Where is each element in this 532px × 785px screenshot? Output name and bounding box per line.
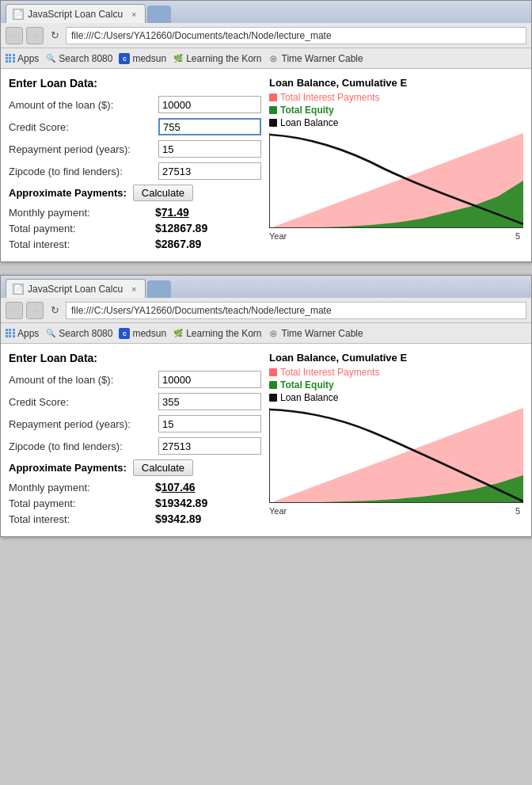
- label-period-1: Repayment period (years):: [9, 143, 155, 155]
- label-zip-2: Zipcode (to find lenders):: [9, 440, 155, 452]
- korn-icon-1: 🌿: [173, 53, 184, 64]
- address-input-2[interactable]: [66, 302, 526, 319]
- timewarner-icon-1: ◎: [268, 53, 279, 64]
- form-row-amount-2: Amount of the loan ($):: [9, 371, 261, 388]
- bookmark-timewarner-label-2: Time Warner Cable: [282, 328, 363, 339]
- loan-form-2: Enter Loan Data: Amount of the loan ($):…: [9, 352, 261, 528]
- timewarner-icon-2: ◎: [268, 328, 279, 339]
- input-zip-1[interactable]: [158, 162, 261, 180]
- address-bar-2: ← → ↻: [1, 298, 531, 323]
- bookmark-medsun-1[interactable]: c medsun: [119, 53, 166, 64]
- form-row-credit-2: Credit Score:: [9, 393, 261, 410]
- apps-icon-1: [6, 54, 15, 63]
- legend-balance-label-2: Loan Balance: [280, 392, 338, 403]
- chart-svg-2: [269, 408, 523, 503]
- input-credit-1[interactable]: [158, 118, 261, 135]
- tab-close-1[interactable]: ×: [131, 10, 136, 19]
- form-row-credit-1: Credit Score:: [9, 118, 261, 135]
- bookmark-korn-2[interactable]: 🌿 Learning the Korn: [173, 328, 261, 339]
- result-total-2: Total payment: $19342.89: [9, 497, 261, 509]
- result-interest-label-2: Total interest:: [9, 513, 155, 525]
- result-interest-1: Total interest: $2867.89: [9, 238, 261, 250]
- legend-dot-interest-2: [269, 368, 277, 376]
- bookmark-apps-label-2: Apps: [17, 328, 39, 339]
- input-amount-2[interactable]: [158, 371, 261, 388]
- chart-title-2: Loan Balance, Cumulative E: [269, 352, 523, 364]
- tab-icon-1: 📄: [13, 9, 24, 20]
- legend-dot-balance-2: [269, 394, 277, 402]
- legend-interest-1: Total Interest Payments: [269, 92, 523, 103]
- input-period-2[interactable]: [158, 415, 261, 433]
- label-amount-1: Amount of the loan ($):: [9, 99, 155, 111]
- medsun-icon-2: c: [119, 328, 130, 339]
- page-content-1: Enter Loan Data: Amount of the loan ($):…: [1, 69, 531, 261]
- input-period-1[interactable]: [158, 140, 261, 158]
- bookmarks-bar-2: Apps 🔍 Search 8080 c medsun 🌿 Learning t…: [1, 323, 531, 344]
- result-monthly-value-2: $107.46: [155, 481, 196, 493]
- result-monthly-1: Monthly payment: $71.49: [9, 206, 261, 219]
- back-button-1[interactable]: ←: [6, 27, 23, 44]
- bookmark-search-1[interactable]: 🔍 Search 8080: [45, 53, 112, 64]
- bookmark-timewarner-2[interactable]: ◎ Time Warner Cable: [268, 328, 363, 339]
- tab-new-1[interactable]: [147, 6, 171, 23]
- bookmark-apps-2[interactable]: Apps: [6, 328, 39, 339]
- form-row-zip-1: Zipcode (to find lenders):: [9, 162, 261, 180]
- legend-dot-equity-1: [269, 106, 277, 114]
- legend-dot-equity-2: [269, 381, 277, 389]
- tab-label-1: JavaScript Loan Calcu: [28, 9, 123, 20]
- bookmark-apps-1[interactable]: Apps: [6, 53, 39, 64]
- tab-new-2[interactable]: [147, 280, 171, 298]
- input-zip-2[interactable]: [158, 437, 261, 455]
- legend-interest-label-2: Total Interest Payments: [280, 367, 379, 378]
- form-row-amount-1: Amount of the loan ($):: [9, 96, 261, 113]
- bookmark-timewarner-label-1: Time Warner Cable: [282, 53, 363, 64]
- result-total-label-2: Total payment:: [9, 497, 155, 509]
- result-total-label-1: Total payment:: [9, 223, 155, 234]
- chart-area-2: Loan Balance, Cumulative E Total Interes…: [269, 352, 523, 528]
- forward-button-1[interactable]: →: [26, 27, 44, 44]
- refresh-button-2[interactable]: ↻: [47, 303, 63, 318]
- bookmark-search-label-1: Search 8080: [59, 53, 112, 64]
- bookmark-korn-1[interactable]: 🌿 Learning the Korn: [173, 53, 261, 64]
- browser-window-1: 📄 JavaScript Loan Calcu × ← → ↻ Apps 🔍 S…: [0, 0, 532, 262]
- form-row-period-2: Repayment period (years):: [9, 415, 261, 433]
- approx-label-1: Approximate Payments:: [9, 187, 127, 199]
- active-tab-1[interactable]: 📄 JavaScript Loan Calcu ×: [6, 4, 146, 23]
- label-credit-2: Credit Score:: [9, 396, 155, 408]
- label-amount-2: Amount of the loan ($):: [9, 374, 155, 386]
- search8080-icon-1: 🔍: [45, 53, 56, 64]
- bookmark-medsun-2[interactable]: c medsun: [119, 328, 166, 339]
- legend-balance-label-1: Loan Balance: [280, 117, 338, 128]
- bookmark-search-2[interactable]: 🔍 Search 8080: [45, 328, 112, 339]
- tab-bar-2: 📄 JavaScript Loan Calcu ×: [1, 276, 531, 298]
- x-label-5-2: 5: [515, 506, 520, 516]
- legend-balance-2: Loan Balance: [269, 392, 523, 403]
- tab-close-2[interactable]: ×: [131, 284, 136, 294]
- legend-equity-2: Total Equity: [269, 379, 523, 391]
- address-input-1[interactable]: [66, 27, 526, 44]
- input-amount-1[interactable]: [158, 96, 261, 113]
- legend-equity-1: Total Equity: [269, 105, 523, 116]
- calculate-button-1[interactable]: Calculate: [133, 185, 193, 201]
- label-zip-1: Zipcode (to find lenders):: [9, 166, 155, 177]
- result-total-1: Total payment: $12867.89: [9, 222, 261, 234]
- form-row-period-1: Repayment period (years):: [9, 140, 261, 158]
- forward-button-2[interactable]: →: [26, 302, 44, 319]
- calculate-button-2[interactable]: Calculate: [133, 459, 193, 476]
- bookmark-timewarner-1[interactable]: ◎ Time Warner Cable: [268, 53, 363, 64]
- tab-bar-1: 📄 JavaScript Loan Calcu ×: [1, 1, 531, 23]
- refresh-button-1[interactable]: ↻: [47, 28, 63, 44]
- tab-label-2: JavaScript Loan Calcu: [28, 284, 123, 295]
- legend-interest-label-1: Total Interest Payments: [280, 92, 379, 103]
- loan-form-1: Enter Loan Data: Amount of the loan ($):…: [9, 77, 261, 253]
- chart-area-1: Loan Balance, Cumulative E Total Interes…: [269, 77, 523, 253]
- form-title-2: Enter Loan Data:: [9, 352, 261, 364]
- window-divider: [0, 269, 532, 275]
- active-tab-2[interactable]: 📄 JavaScript Loan Calcu ×: [6, 279, 146, 298]
- input-credit-2[interactable]: [158, 393, 261, 410]
- legend-dot-balance-1: [269, 119, 277, 127]
- back-button-2[interactable]: ←: [6, 302, 23, 319]
- legend-balance-1: Loan Balance: [269, 117, 523, 128]
- chart-title-1: Loan Balance, Cumulative E: [269, 77, 523, 89]
- legend-interest-2: Total Interest Payments: [269, 367, 523, 378]
